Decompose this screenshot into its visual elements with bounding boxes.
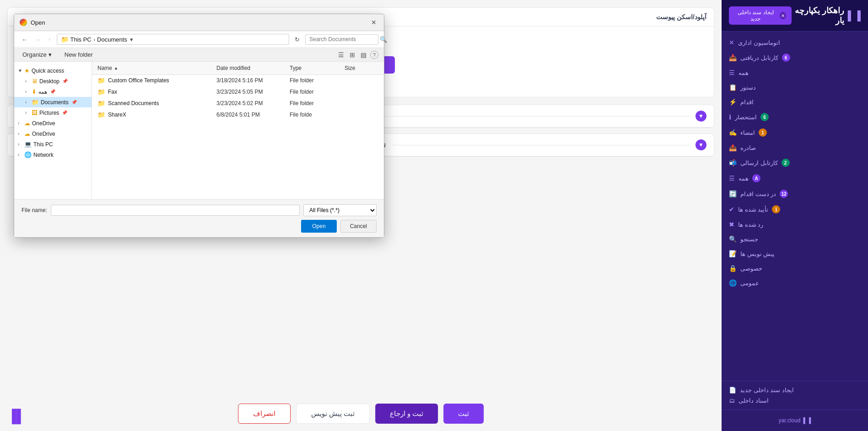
divider-left [382,116,690,117]
sidebar-item-drafts[interactable]: پیش نویس ها 📝 [722,246,868,261]
cancel-button[interactable]: انصراف [238,404,291,424]
path-refresh-button[interactable]: ↻ [293,35,302,44]
bottom-action-bar: ثبت ثبت و ارجاع ثبت پیش نویس انصراف [238,404,484,424]
network-label: Network [33,152,54,158]
sidebar-item-private[interactable]: خصوصی 🔒 [722,261,868,276]
command-label: دستور [740,84,756,91]
tree-item-downloads[interactable]: › ⬇ همه 📌 [14,86,92,97]
sidebar-item-inbox[interactable]: 6 کارتابل دریافتی 📥 [722,50,868,65]
sidebar-item-rejected[interactable]: رد شده ها ✖ [722,217,868,232]
new-folder-button[interactable]: New folder [62,50,96,59]
dialog-open-button[interactable]: Open [301,220,336,233]
sidebar-item-in-progress[interactable]: 12 در دست اقدام 🔄 [722,186,868,202]
col-header-name[interactable]: Name ▲ [92,64,211,73]
expand-icon: › [18,142,22,147]
expand-icon: › [25,89,30,94]
file-row[interactable]: 📁 ShareX 6/8/2024 5:01 PM File folde [92,109,384,121]
footer-internal-docs[interactable]: اسناد داخلی 🗂 [729,397,861,404]
dialog-toolbar: Organize ▾ New folder ☰ ⊞ ▤ ? [14,48,384,62]
path-documents: Documents [97,36,127,43]
action-label: اقدام [740,99,754,106]
all-inbox-label: همه [739,69,749,76]
view-toggle-button[interactable]: ▤ [359,50,368,59]
file-name-text: ShareX [108,112,126,118]
expand-icon: › [18,131,22,136]
help-button[interactable]: ? [370,51,378,59]
folder-icon: 📁 [97,111,105,118]
expand-icon: › [18,152,22,157]
sidebar-item-command[interactable]: دستور 📋 [722,80,868,95]
onedrive-label-1: OneDrive [32,120,55,127]
filename-input[interactable] [51,205,300,216]
footer-internal-label: اسناد داخلی [739,397,769,404]
action-icon: ⚡ [729,98,737,106]
organize-button[interactable]: Organize ▾ [20,50,54,59]
col-header-date[interactable]: Date modified [211,64,284,73]
view-details-button[interactable]: ⊞ [348,50,357,59]
file-row[interactable]: 📁 Fax 3/23/2024 5:05 PM File folder [92,86,384,98]
filetype-select[interactable]: All Files (*.*) Text Files (*.txt) PDF F… [303,204,377,216]
tree-item-desktop[interactable]: › 🖥 Desktop 📌 [14,76,92,86]
onedrive-icon-2: ☁ [24,130,30,137]
view-list-button[interactable]: ☰ [336,50,346,59]
inbox-badge: 6 [782,53,790,62]
sidebar-item-admin[interactable]: اتوماسیون اداری ✕ [722,35,868,50]
file-date-cell: 3/23/2024 5:05 PM [211,89,284,95]
divider-left2 [393,145,690,145]
tree-item-documents[interactable]: › 📁 Documents 📌 [14,97,92,107]
expand-icon: ▼ [18,68,22,73]
file-row[interactable]: 📁 Custom Office Templates 3/18/2024 5:16… [92,75,384,86]
sidebar-item-search[interactable]: جستجو 🔍 [722,232,868,246]
tree-item-quick-access[interactable]: ▼ ★ Quick access [14,65,92,76]
new-doc-button[interactable]: ✕ ایجاد سند داخلی جدید [729,6,792,25]
private-icon: 🔒 [729,265,737,272]
path-dropdown-button[interactable]: ▾ [130,36,133,43]
dialog-close-button[interactable]: ✕ [369,18,378,27]
sidebar-item-approved[interactable]: 1 تأیید شده ها ✔ [722,202,868,217]
tree-item-pictures[interactable]: › 🖼 Pictures 📌 [14,107,92,118]
footer-toggle[interactable]: ▼ [695,111,706,122]
brand-logo-icon: ▐▌ [803,417,811,424]
file-name-cell: 📁 Fax [92,88,211,96]
file-row[interactable]: 📁 Scanned Documents 3/23/2024 5:02 PM Fi… [92,98,384,109]
tree-item-this-pc[interactable]: › 💻 This PC [14,139,92,149]
search-input[interactable] [309,36,378,43]
dialog-cancel-button[interactable]: Cancel [340,220,377,233]
file-name-text: Scanned Documents [108,100,159,106]
sidebar-item-public[interactable]: عمومی 🌐 [722,276,868,290]
footer-new-doc-label: ایجاد سند داخلی جدید [740,387,794,394]
nav-back-button[interactable]: ← [20,35,29,44]
sign-label: امضاء [740,129,755,136]
print-toggle[interactable]: ▼ [695,139,706,150]
command-icon: 📋 [729,84,737,91]
sidebar-item-outbox[interactable]: 2 کارتابل ارسالی 📬 [722,155,868,170]
folder-icon: 📁 [97,88,105,96]
list-icon: ☰ [729,69,735,76]
footer-new-doc[interactable]: ایجاد سند داخلی جدید 📄 [729,387,861,394]
submit-return-button[interactable]: ثبت و ارجاع [375,404,438,424]
filename-label: File name: [22,207,47,213]
sidebar-item-all-out[interactable]: A همه ☰ [722,170,868,186]
bottom-logo-icon: ▐▌ [7,409,26,424]
submit-button[interactable]: ثبت [443,404,484,424]
sidebar-item-info[interactable]: 6 استحضار ℹ [722,109,868,125]
draft-button[interactable]: ثبت پیش نویس [296,404,370,424]
sidebar-item-sent[interactable]: صادره 📤 [722,140,868,155]
col-header-size[interactable]: Size [339,64,376,73]
sidebar-item-action[interactable]: اقدام ⚡ [722,95,868,109]
tree-item-onedrive-2[interactable]: › ☁ OneDrive [14,128,92,139]
nav-up-button[interactable]: ↑ [46,35,53,44]
file-type-cell: File folder [284,100,339,106]
nav-forward-button[interactable]: → [33,35,43,44]
sidebar-item-sign[interactable]: 1 امضاء ✍ [722,125,868,140]
dialog-titlebar: Open ✕ [14,14,384,31]
sidebar-item-all-inbox[interactable]: همه ☰ [722,65,868,80]
tree-item-network[interactable]: › 🌐 Network [14,149,92,160]
onedrive-icon: ☁ [24,120,30,127]
col-header-type[interactable]: Type [284,64,339,73]
tree-item-onedrive-1[interactable]: › ☁ OneDrive [14,118,92,128]
search-label: جستجو [740,236,758,243]
pictures-label: Pictures [39,110,59,116]
admin-label: اتوماسیون اداری [738,39,780,46]
desktop-icon: 🖥 [32,78,38,85]
